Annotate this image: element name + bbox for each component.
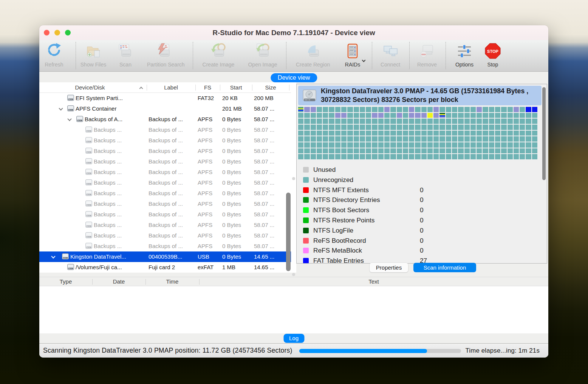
scan-block	[439, 136, 445, 142]
device-row-15[interactable]: Kingston DataTravel...00400539B...USB0 B…	[39, 251, 291, 262]
scan-panel-scrollbar[interactable]	[542, 87, 546, 180]
column-header-fs[interactable]: FS	[195, 82, 220, 93]
device-start: 20 KB	[222, 93, 238, 103]
scan-block	[470, 136, 476, 142]
scan-block	[304, 154, 309, 159]
device-row-11[interactable]: Backups ...Backups of ...APFS0 Bytes58.0…	[39, 209, 291, 220]
scan-block	[360, 107, 365, 112]
device-label: Backups of ...	[149, 167, 183, 177]
device-row-14[interactable]: Backups ...Backups of ...APFS0 Bytes58.0…	[39, 241, 291, 251]
toolbar-button-stop[interactable]: STOPStop	[476, 42, 510, 70]
column-header-size[interactable]: Size	[252, 82, 289, 93]
scan-block	[483, 107, 488, 112]
device-fs: APFS	[198, 135, 212, 146]
device-row-1[interactable]: APFS Container201 MB58.07 ...	[39, 103, 291, 114]
legend-label: NTFS Boot Sectors	[313, 205, 369, 215]
scan-block	[514, 125, 519, 130]
scan-block	[378, 131, 384, 136]
scan-block	[378, 125, 384, 130]
scan-block	[403, 148, 408, 154]
tab-device-view[interactable]: Device view	[271, 73, 317, 82]
scan-block	[347, 142, 353, 148]
column-header-label[interactable]: Label	[147, 82, 195, 93]
log-column-header-type[interactable]: Type	[39, 277, 92, 286]
scan-block	[304, 148, 309, 154]
device-row-4[interactable]: Backups ...Backups of ...APFS0 Bytes58.0…	[39, 135, 291, 146]
device-name: Backups ...	[94, 199, 122, 209]
device-row-13[interactable]: Backups ...Backups of ...APFS0 Bytes58.0…	[39, 230, 291, 241]
scan-block	[354, 136, 359, 142]
raids-icon	[344, 42, 361, 60]
scan-block	[397, 148, 402, 154]
scan-block	[298, 142, 303, 148]
device-row-7[interactable]: Backups ...Backups of ...APFS0 Bytes58.0…	[39, 167, 291, 177]
scan-block	[427, 154, 433, 159]
device-fs: APFS	[198, 156, 212, 167]
scan-block	[421, 125, 427, 130]
column-separator	[145, 279, 146, 285]
scan-block	[341, 125, 347, 130]
scan-block	[483, 154, 488, 159]
scan-block	[409, 119, 414, 124]
scan-block	[403, 125, 408, 130]
log-column-header-text[interactable]: Text	[199, 277, 548, 286]
toolbar-button-create-region: Create Region	[296, 42, 330, 70]
toolbar-separator	[446, 42, 446, 69]
scan-block	[329, 107, 334, 112]
scan-block	[464, 119, 470, 124]
device-fs: APFS	[198, 167, 212, 177]
legend-label: ReFS MetaBlock	[313, 245, 362, 256]
scan-block	[329, 154, 334, 159]
scan-block	[415, 142, 420, 148]
device-size: 58.07 ...	[254, 103, 274, 114]
scan-block	[526, 136, 531, 142]
expand-chevron-icon[interactable]	[59, 106, 63, 110]
scan-block	[347, 107, 353, 112]
device-row-0[interactable]: EFI System Parti...FAT3220 KB200 MB	[39, 93, 291, 103]
scan-block	[347, 136, 353, 142]
scan-block	[304, 113, 309, 118]
device-row-8[interactable]: Backups ...Backups of ...APFS0 Bytes58.0…	[39, 177, 291, 188]
scan-block	[397, 136, 402, 142]
device-row-2[interactable]: Backups of A...Backups of ...APFS0 Bytes…	[39, 114, 291, 125]
tab-log[interactable]: Log	[283, 334, 304, 343]
device-row-6[interactable]: Backups ...Backups of ...APFS0 Bytes58.0…	[39, 156, 291, 167]
log-column-header-time[interactable]: Time	[145, 277, 199, 286]
device-name: Backups ...	[94, 167, 122, 177]
scan-block	[360, 125, 365, 130]
scan-icon	[117, 42, 134, 60]
toolbar-button-raids[interactable]: RAIDs	[336, 42, 370, 70]
device-row-12[interactable]: Backups ...Backups of ...APFS0 Bytes58.0…	[39, 220, 291, 230]
column-header-start[interactable]: Start	[220, 82, 252, 93]
device-label: Backups of ...	[149, 156, 183, 167]
scan-block	[317, 142, 322, 148]
expand-chevron-icon[interactable]	[51, 254, 55, 258]
device-table-scrollbar[interactable]	[286, 193, 291, 271]
scan-block	[483, 148, 488, 154]
device-start: 0 Bytes	[222, 177, 241, 188]
device-row-10[interactable]: Backups ...Backups of ...APFS0 Bytes58.0…	[39, 199, 291, 209]
scan-block	[421, 154, 427, 159]
tab-properties[interactable]: Properties	[370, 263, 408, 272]
legend-label: Unused	[313, 165, 336, 175]
scan-block	[427, 142, 433, 148]
column-header-device-disk[interactable]: Device/Disk	[39, 82, 141, 93]
time-elapsed: Time elapse...ing: 1m 21s	[465, 344, 540, 357]
toolbar-button-label: Connect	[373, 62, 407, 68]
expand-chevron-icon[interactable]	[67, 117, 71, 121]
tab-scan-information[interactable]: Scan information	[413, 263, 476, 272]
toolbar-button-show-files: Show Files	[76, 42, 110, 70]
scan-block	[489, 142, 494, 148]
device-row-3[interactable]: Backups ...Backups of ...APFS0 Bytes58.0…	[39, 125, 291, 135]
scan-block	[489, 125, 494, 130]
device-size: 58.07 ...	[254, 177, 274, 188]
device-row-16[interactable]: /Volumes/Fuji ca...Fuji card 2exFAT1 MB1…	[39, 262, 291, 273]
scan-block	[464, 148, 470, 154]
log-column-header-date[interactable]: Date	[92, 277, 145, 286]
scan-block	[409, 125, 414, 130]
scan-block	[298, 125, 303, 130]
scan-block	[335, 154, 340, 159]
device-row-5[interactable]: Backups ...Backups of ...APFS0 Bytes58.0…	[39, 146, 291, 156]
device-row-9[interactable]: Backups ...Backups of ...APFS0 Bytes58.0…	[39, 188, 291, 199]
scan-block	[360, 113, 365, 118]
